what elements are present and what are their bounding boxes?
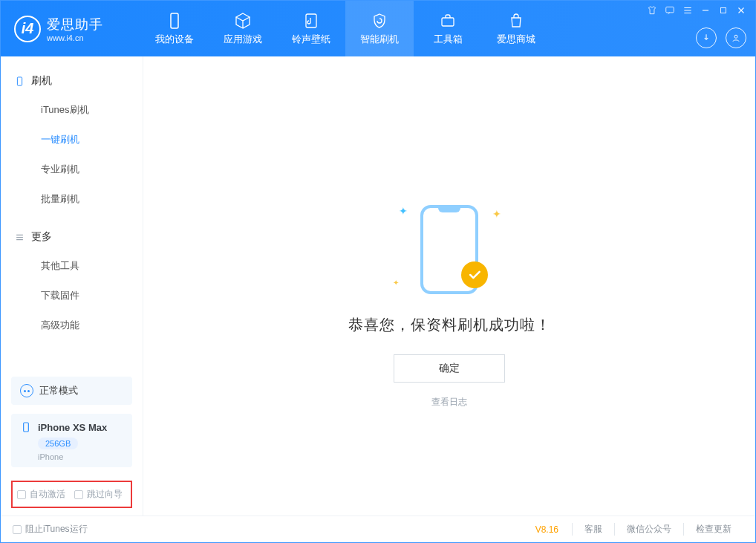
logo-block: i4 爱思助手 www.i4.cn: [14, 16, 140, 42]
body: 刷机 iTunes刷机 一键刷机 专业刷机 批量刷机 更多 其他工具 下载固件 …: [1, 56, 755, 516]
window-buttons: [647, 5, 746, 16]
view-log-link[interactable]: 查看日志: [431, 396, 467, 409]
svg-rect-4: [721, 8, 726, 13]
device-icon: [14, 76, 25, 87]
tab-store[interactable]: 爱思商城: [482, 1, 550, 56]
header-round-icons: [696, 27, 746, 48]
tab-toolbox[interactable]: 工具箱: [414, 1, 482, 56]
success-illustration: ✦ ✦ ✦: [405, 205, 494, 294]
minimize-icon[interactable]: [700, 5, 711, 16]
tab-label: 智能刷机: [360, 33, 399, 46]
group-label: 更多: [31, 230, 52, 244]
shirt-icon[interactable]: [647, 5, 657, 16]
sidebar-item-pro-flash[interactable]: 专业刷机: [1, 155, 143, 184]
sidebar-item-batch-flash[interactable]: 批量刷机: [1, 184, 143, 214]
music-file-icon: [302, 12, 320, 30]
mode-icon: [20, 384, 33, 397]
feedback-icon[interactable]: [665, 5, 675, 16]
mode-box[interactable]: 正常模式: [11, 377, 132, 405]
device-phone-icon: [20, 421, 32, 433]
device-box[interactable]: iPhone XS Max 256GB iPhone: [11, 414, 132, 467]
user-icon[interactable]: [726, 27, 746, 48]
svg-rect-2: [442, 18, 454, 26]
success-message: 恭喜您，保资料刷机成功啦！: [348, 315, 551, 335]
footer-link-support[interactable]: 客服: [572, 523, 614, 536]
app-header: i4 爱思助手 www.i4.cn 我的设备 应用游戏 铃声壁纸 智能刷机 工具…: [1, 1, 755, 56]
sidebar-item-itunes-flash[interactable]: iTunes刷机: [1, 95, 143, 125]
sidebar-item-other-tools[interactable]: 其他工具: [1, 251, 143, 281]
tab-label: 铃声壁纸: [292, 33, 330, 46]
tab-label: 应用游戏: [224, 33, 262, 46]
device-type: iPhone: [38, 452, 123, 461]
list-icon: [14, 232, 25, 243]
footer: 阻止iTunes运行 V8.16 客服 微信公众号 检查更新: [1, 516, 755, 542]
tab-ringtones[interactable]: 铃声壁纸: [277, 1, 345, 56]
chk-label: 跳过向导: [87, 488, 123, 501]
sparkle-icon: ✦: [399, 205, 408, 217]
phone-icon: [166, 12, 183, 30]
svg-rect-6: [17, 77, 22, 85]
sidebar-group-more: 更多: [1, 223, 143, 251]
svg-point-5: [734, 35, 737, 38]
close-icon[interactable]: [736, 5, 746, 16]
ok-button[interactable]: 确定: [394, 354, 505, 383]
checkbox-block-itunes[interactable]: 阻止iTunes运行: [13, 523, 88, 536]
device-capacity-badge: 256GB: [38, 438, 78, 449]
bag-icon: [507, 12, 525, 30]
checkbox-skip-guide[interactable]: 跳过向导: [74, 488, 123, 501]
app-title-en: www.i4.cn: [47, 33, 103, 42]
sparkle-icon: ✦: [393, 279, 399, 287]
sidebar-item-one-key-flash[interactable]: 一键刷机: [1, 125, 143, 155]
checkbox-auto-activate[interactable]: 自动激活: [17, 488, 65, 501]
svg-rect-7: [24, 423, 29, 432]
sparkle-icon: ✦: [492, 208, 501, 220]
chk-label: 自动激活: [30, 488, 65, 501]
mode-label: 正常模式: [39, 384, 78, 397]
tab-apps[interactable]: 应用游戏: [209, 1, 277, 56]
tab-label: 我的设备: [155, 33, 194, 46]
sidebar-item-advanced[interactable]: 高级功能: [1, 310, 143, 340]
sidebar-item-download-firmware[interactable]: 下载固件: [1, 281, 143, 310]
footer-link-check-update[interactable]: 检查更新: [683, 523, 743, 536]
toolbox-icon: [439, 12, 457, 30]
group-label: 刷机: [31, 74, 52, 88]
maximize-icon[interactable]: [718, 5, 729, 16]
logo-icon: i4: [14, 16, 41, 42]
sidebar-group-flash: 刷机: [1, 67, 143, 95]
nav-tabs: 我的设备 应用游戏 铃声壁纸 智能刷机 工具箱 爱思商城: [140, 1, 550, 56]
tab-label: 爱思商城: [497, 33, 535, 46]
device-name: iPhone XS Max: [38, 422, 107, 433]
tab-my-device[interactable]: 我的设备: [140, 1, 209, 56]
tab-label: 工具箱: [434, 33, 463, 46]
version-label: V8.16: [535, 524, 558, 535]
header-right: [647, 5, 746, 48]
tab-smart-flash[interactable]: 智能刷机: [345, 1, 414, 56]
options-row: 自动激活 跳过向导: [11, 481, 132, 508]
menu-icon[interactable]: [682, 5, 693, 16]
chk-label: 阻止iTunes运行: [25, 523, 88, 536]
logo-text: 爱思助手 www.i4.cn: [47, 16, 103, 42]
shield-refresh-icon: [371, 12, 388, 30]
footer-link-wechat[interactable]: 微信公众号: [614, 523, 683, 536]
sidebar: 刷机 iTunes刷机 一键刷机 专业刷机 批量刷机 更多 其他工具 下载固件 …: [1, 56, 143, 516]
check-badge-icon: [461, 261, 488, 288]
svg-rect-3: [666, 7, 674, 13]
svg-rect-0: [171, 13, 178, 28]
cube-icon: [234, 12, 252, 30]
download-icon[interactable]: [696, 27, 717, 48]
app-title-cn: 爱思助手: [47, 16, 103, 33]
main-panel: ✦ ✦ ✦ 恭喜您，保资料刷机成功啦！ 确定 查看日志: [143, 56, 755, 516]
